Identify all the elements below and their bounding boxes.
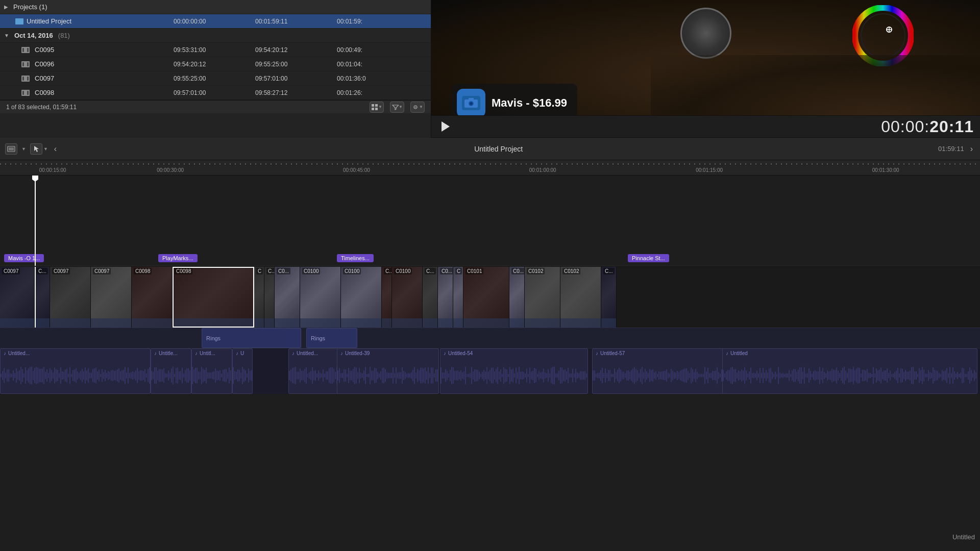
audio-clip[interactable]: ♪ Untitled-54 (440, 348, 588, 394)
audio-clip[interactable]: ♪ Untitled-39 (337, 348, 439, 394)
audio-clip[interactable]: ♪ Untitl... (191, 348, 232, 394)
timeline-clip[interactable]: C0... (275, 267, 300, 328)
timeline-clip[interactable]: C... (264, 267, 275, 328)
timeline-clip[interactable]: C... (35, 267, 50, 328)
svg-rect-622 (906, 371, 908, 379)
svg-rect-429 (614, 368, 615, 383)
timeline-clip[interactable]: C... (601, 267, 617, 328)
timeline-clip[interactable]: C0097 (91, 267, 132, 328)
timeline-clip[interactable]: C0101 (463, 267, 509, 328)
projects-header-row[interactable]: ▶ Projects (1) (0, 0, 431, 14)
svg-rect-667 (975, 372, 976, 379)
play-button[interactable] (437, 119, 452, 134)
settings-btn[interactable]: ▼ (410, 102, 425, 113)
clip-bottom-bar (560, 318, 601, 328)
music-note-icon: ♪ (236, 350, 238, 356)
svg-rect-349 (488, 372, 489, 380)
svg-rect-642 (937, 371, 938, 380)
svg-rect-255 (344, 369, 345, 382)
svg-rect-463 (666, 369, 667, 382)
timeline-clip[interactable]: C0100 (341, 267, 382, 328)
svg-rect-344 (480, 374, 481, 377)
svg-rect-65 (74, 369, 75, 381)
clip-label: C0... (440, 268, 453, 274)
clip-row[interactable]: C0098 09:57:01:00 09:58:27:12 00:01:26: (0, 86, 431, 100)
timeline-scroll-left[interactable]: ‹ (52, 142, 59, 156)
rings-label: Rings (311, 335, 325, 341)
timeline-clip[interactable]: C0100 (300, 267, 341, 328)
svg-rect-407 (577, 372, 578, 379)
audio-clip[interactable]: ♪ Untitle... (151, 348, 191, 394)
clip-view-btn[interactable] (5, 143, 17, 155)
svg-rect-174 (239, 370, 240, 381)
svg-rect-459 (660, 372, 661, 379)
svg-rect-204 (320, 373, 321, 379)
svg-rect-413 (586, 373, 587, 378)
svg-rect-503 (724, 373, 725, 378)
group-date: Oct 14, 2016 (14, 32, 53, 39)
project-start: 00:00:00:00 (174, 18, 255, 25)
clip-row[interactable]: C0097 09:55:25:00 09:57:01:00 00:01:36:0 (0, 71, 431, 86)
timeline-clip[interactable]: C... (382, 267, 392, 328)
audio-clip[interactable]: ♪ Untitled (722, 348, 977, 394)
svg-rect-84 (103, 372, 104, 379)
svg-rect-336 (468, 374, 469, 378)
svg-rect-181 (250, 371, 251, 380)
group-collapse-icon: ▼ (4, 33, 9, 38)
project-icon (15, 18, 23, 24)
timeline-clip[interactable]: C (453, 267, 463, 328)
audio-clip[interactable]: ♪ Untitled... (0, 348, 151, 394)
clip-row[interactable]: C0096 09:54:20:12 09:55:25:00 00:01:04: (0, 57, 431, 71)
timeline-clip[interactable]: C (254, 267, 264, 328)
svg-rect-371 (522, 371, 523, 380)
timeline-clip[interactable]: C0102 (525, 267, 560, 328)
svg-rect-31 (22, 369, 23, 382)
timeline-marker[interactable]: Mavis -O 1... (4, 254, 44, 262)
timeline-clip[interactable]: C... (423, 267, 438, 328)
pointer-tool-btn[interactable] (30, 143, 42, 155)
group-header-row[interactable]: ▼ Oct 14, 2016 (81) (0, 29, 431, 43)
timeline-clip[interactable]: C0102 (560, 267, 601, 328)
svg-rect-139 (186, 368, 187, 383)
svg-rect-394 (557, 373, 558, 378)
rings-segment[interactable]: Rings (202, 328, 301, 348)
svg-rect-398 (563, 370, 564, 381)
timeline-marker[interactable]: PlayMarks... (158, 254, 198, 262)
timeline-clip[interactable]: C0... (509, 267, 525, 328)
clip-row[interactable]: C0095 09:53:31:00 09:54:20:12 00:00:49: (0, 43, 431, 57)
timeline-clip[interactable]: C0100 (392, 267, 423, 328)
svg-rect-173 (237, 369, 238, 381)
timeline-clip[interactable]: C0... (438, 267, 453, 328)
project-row[interactable]: Untitled Project 00:00:00:00 00:01:59:11… (0, 14, 431, 29)
timeline-clip[interactable]: C0098 (132, 267, 173, 328)
playhead[interactable] (35, 176, 36, 252)
rings-segment[interactable]: Rings (306, 328, 357, 348)
svg-rect-329 (457, 371, 458, 381)
view-toggle-btn[interactable]: ▼ (370, 102, 384, 113)
svg-point-13 (470, 102, 473, 105)
timeline-marker[interactable]: Pinnacle St... (628, 254, 669, 262)
svg-rect-495 (715, 370, 716, 380)
timeline-clip[interactable]: C0097 (0, 267, 35, 328)
timeline-marker[interactable]: Timelines... (337, 254, 374, 262)
svg-rect-607 (884, 371, 885, 381)
audio-clip[interactable]: ♪ Untitled-57 (592, 348, 725, 394)
filter-btn[interactable]: ▼ (390, 102, 404, 113)
svg-rect-40 (36, 367, 37, 384)
clip-name: C0096 (35, 60, 54, 68)
filter-dropdown-arrow: ▼ (399, 105, 403, 109)
timeline-scroll-right[interactable]: › (968, 142, 975, 156)
audio-container: ♪ Untitled... ♪ Untitle... ♪ Untitl... ♪… (0, 348, 980, 394)
svg-rect-433 (620, 370, 621, 382)
svg-rect-482 (695, 369, 696, 382)
svg-rect-94 (118, 368, 119, 383)
svg-rect-323 (448, 373, 449, 378)
svg-rect-117 (153, 371, 154, 379)
timeline-clip[interactable]: C0097 (50, 267, 91, 328)
svg-rect-523 (755, 373, 756, 378)
svg-rect-88 (109, 372, 110, 379)
audio-clip[interactable]: ♪ U (232, 348, 253, 394)
svg-rect-95 (120, 371, 121, 380)
svg-rect-439 (629, 372, 630, 380)
timeline-clip[interactable]: C0098 (173, 267, 254, 328)
